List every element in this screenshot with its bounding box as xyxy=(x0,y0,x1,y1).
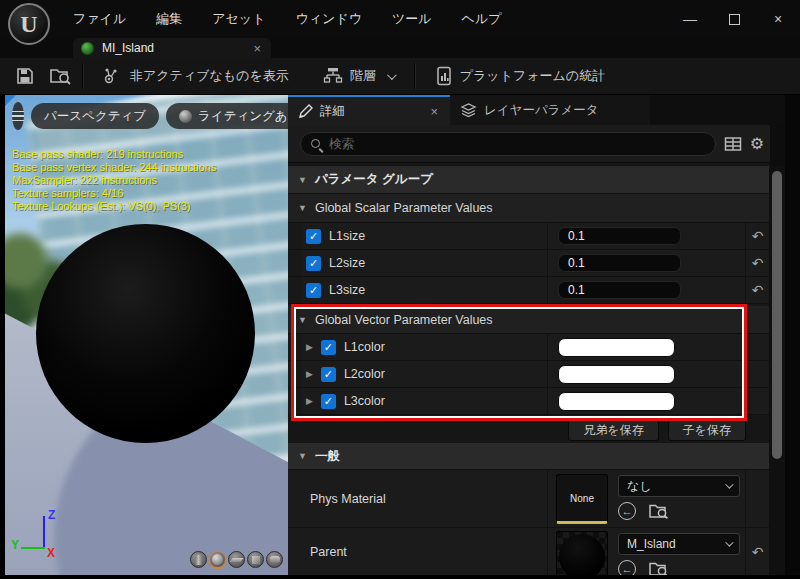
search-input[interactable] xyxy=(327,136,705,152)
scrollbar-thumb[interactable] xyxy=(772,171,782,459)
expand-arrow-icon[interactable]: ▶ xyxy=(306,369,313,379)
details-scrollbar[interactable] xyxy=(769,166,785,575)
tab-details-close-icon[interactable]: × xyxy=(428,104,440,119)
maximize-button[interactable] xyxy=(712,0,756,38)
checkbox-l1color[interactable]: ✓ xyxy=(321,340,336,355)
viewport-menu-icon[interactable] xyxy=(12,102,24,130)
phys-material-row: Phys Material None なし ← xyxy=(288,470,769,528)
perspective-button[interactable]: パースペクティブ xyxy=(31,103,159,129)
menu-asset[interactable]: アセット xyxy=(197,0,280,38)
parent-value: M_Island xyxy=(627,537,676,551)
shader-stats-overlay: Base pass shader: 219 instructions Base … xyxy=(12,148,216,213)
lighting-mode-button[interactable]: ライティングあり xyxy=(166,103,288,129)
axis-gizmo: Z X Y xyxy=(13,510,73,570)
tab-details[interactable]: 詳細 × xyxy=(288,95,450,125)
checkbox-l3size[interactable]: ✓ xyxy=(306,283,321,298)
expand-arrow-icon[interactable]: ▶ xyxy=(306,342,313,352)
reset-to-default-icon[interactable]: ↶ xyxy=(752,228,764,244)
minimize-button[interactable]: — xyxy=(668,0,712,38)
param-name: L1size xyxy=(329,229,365,243)
stats-line: Texture samplers: 4/16 xyxy=(12,187,216,200)
color-swatch-l2color[interactable] xyxy=(558,365,675,384)
display-filter-icon[interactable] xyxy=(724,136,742,152)
hierarchy-label: 階層 xyxy=(350,67,376,85)
chevron-down-icon xyxy=(725,538,733,546)
browse-to-asset-icon[interactable] xyxy=(49,66,72,86)
preview-sphere-button[interactable] xyxy=(209,551,226,568)
value-field-l3size[interactable]: 0.1 xyxy=(558,281,681,299)
window-right-edge xyxy=(785,95,800,579)
phys-material-value: なし xyxy=(627,478,652,495)
hierarchy-button[interactable]: 階層 xyxy=(313,67,404,85)
editor-toolbar: 非アクティブなものを表示 階層 プラットフォームの統計 xyxy=(0,58,800,95)
reset-to-default-icon[interactable]: ↶ xyxy=(752,544,764,560)
menu-window[interactable]: ウィンドウ xyxy=(280,0,377,38)
chevron-down-icon xyxy=(725,480,733,488)
toolbar-separator xyxy=(414,63,415,89)
parent-thumbnail[interactable] xyxy=(556,531,608,579)
lit-sphere-icon xyxy=(179,110,192,123)
preview-custom-mesh-button[interactable] xyxy=(266,551,283,568)
reset-to-default-icon[interactable]: ↶ xyxy=(752,282,764,298)
preview-viewport[interactable]: パースペクティブ ライティングあり Base pass shader: 219 … xyxy=(5,95,288,575)
section-global-vector[interactable]: ▼ Global Vector Parameter Values xyxy=(288,306,769,334)
section-global-scalar-label: Global Scalar Parameter Values xyxy=(315,201,493,215)
pencil-icon xyxy=(298,104,313,119)
material-instance-icon xyxy=(81,42,94,55)
checkbox-l2size[interactable]: ✓ xyxy=(306,256,321,271)
phys-material-thumbnail[interactable]: None xyxy=(556,474,608,524)
platform-stats-button[interactable]: プラットフォームの統計 xyxy=(425,66,615,86)
checkbox-l3color[interactable]: ✓ xyxy=(321,394,336,409)
expand-arrow-icon[interactable]: ▶ xyxy=(306,396,313,406)
browse-to-asset-icon[interactable] xyxy=(648,502,669,520)
parent-row: Parent M_Island ← ↶ xyxy=(288,528,769,575)
use-selected-asset-icon[interactable]: ← xyxy=(618,502,636,520)
stats-line: Base pass shader: 219 instructions xyxy=(12,148,216,161)
menu-edit[interactable]: 編集 xyxy=(141,0,197,38)
asset-tab-mi-island[interactable]: MI_Island × xyxy=(73,38,271,58)
checkbox-l2color[interactable]: ✓ xyxy=(321,367,336,382)
preview-cube-button[interactable] xyxy=(247,551,264,568)
window-bottom-edge xyxy=(0,575,800,579)
z-axis-line xyxy=(43,516,45,548)
param-row-l3size: ✓ L3size 0.1 ↶ xyxy=(288,277,769,304)
preview-plane-button[interactable] xyxy=(228,551,245,568)
search-box[interactable] xyxy=(300,132,716,156)
parent-dropdown[interactable]: M_Island xyxy=(618,533,740,555)
unreal-logo-icon[interactable]: U xyxy=(8,3,50,45)
reset-to-default-icon[interactable]: ↶ xyxy=(752,255,764,271)
triangle-open-icon: ▼ xyxy=(298,315,307,325)
phys-material-dropdown[interactable]: なし xyxy=(618,475,740,497)
section-general[interactable]: ▼ 一般 xyxy=(288,443,769,470)
preview-mesh-buttons xyxy=(190,551,283,568)
tab-layer-parameters[interactable]: レイヤーパラメータ xyxy=(450,95,650,125)
value-field-l2size[interactable]: 0.1 xyxy=(558,254,681,272)
menu-tools[interactable]: ツール xyxy=(377,0,447,38)
param-row-l2color: ▶ ✓ L2color xyxy=(288,361,769,388)
save-sibling-button[interactable]: 兄弟を保存 xyxy=(568,420,658,441)
show-inactive-label: 非アクティブなものを表示 xyxy=(130,67,289,85)
details-tab-bar: 詳細 × レイヤーパラメータ xyxy=(288,95,786,125)
menu-file[interactable]: ファイル xyxy=(58,0,141,38)
param-row-l2size: ✓ L2size 0.1 ↶ xyxy=(288,250,769,277)
parent-label: Parent xyxy=(288,528,547,575)
stats-line: Base pass vertex shader: 244 instruction… xyxy=(12,161,216,174)
preview-cylinder-button[interactable] xyxy=(190,551,207,568)
asset-tab-label: MI_Island xyxy=(102,41,251,55)
settings-gear-icon[interactable]: ⚙ xyxy=(750,134,764,153)
color-swatch-l1color[interactable] xyxy=(558,338,675,357)
checkbox-l1size[interactable]: ✓ xyxy=(306,229,321,244)
menu-help[interactable]: ヘルプ xyxy=(447,0,517,38)
show-inactive-button[interactable]: 非アクティブなものを表示 xyxy=(93,67,299,85)
close-button[interactable]: × xyxy=(756,0,800,38)
section-global-scalar[interactable]: ▼ Global Scalar Parameter Values xyxy=(288,194,769,223)
color-swatch-l3color[interactable] xyxy=(558,392,675,411)
save-child-button[interactable]: 子を保存 xyxy=(668,420,746,441)
preview-sphere xyxy=(36,224,255,443)
perspective-label: パースペクティブ xyxy=(44,108,146,125)
value-field-l1size[interactable]: 0.1 xyxy=(558,227,681,245)
save-icon[interactable] xyxy=(15,66,35,86)
section-parameter-groups[interactable]: ▼ パラメータ グループ xyxy=(288,166,769,194)
asset-tab-close-icon[interactable]: × xyxy=(251,41,263,56)
param-row-l3color: ▶ ✓ L3color xyxy=(288,388,769,415)
